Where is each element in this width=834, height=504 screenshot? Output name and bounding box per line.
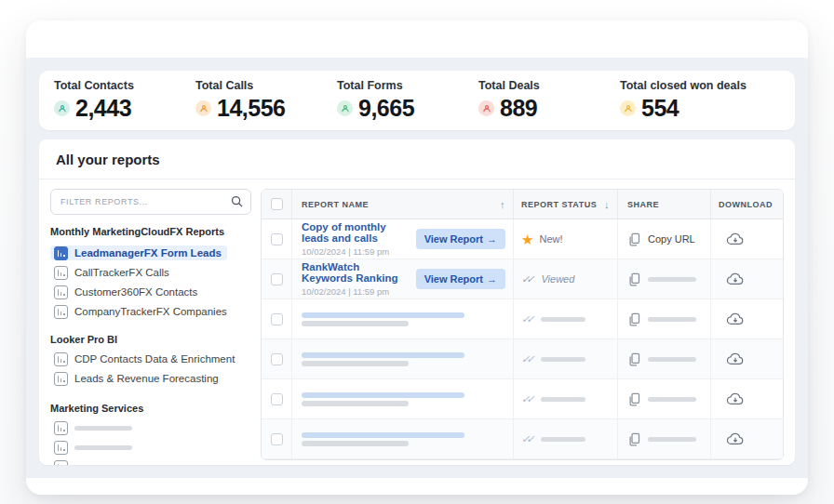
report-name-link[interactable]: Copy of monthly leads and calls bbox=[302, 221, 410, 244]
bar-chart-icon bbox=[54, 266, 68, 280]
bar-chart-icon bbox=[54, 460, 68, 466]
bar-chart-icon bbox=[54, 285, 68, 299]
bar-chart-icon bbox=[54, 305, 68, 319]
report-date: 10/02/2024 | 11:59 pm bbox=[302, 286, 410, 297]
skeleton-line bbox=[648, 397, 696, 402]
copy-icon[interactable] bbox=[627, 432, 641, 446]
sidebar-item-calltrackerfx-calls[interactable]: CallTrackerFX Calls bbox=[50, 265, 251, 280]
table-row bbox=[262, 299, 291, 339]
bar-chart-icon bbox=[54, 421, 68, 435]
skeleton-line bbox=[302, 441, 409, 446]
sidebar-item-placeholder[interactable] bbox=[50, 459, 251, 465]
table-row bbox=[262, 379, 291, 419]
sort-ascending-icon[interactable]: ↑ bbox=[500, 199, 505, 210]
stat-value: 2,443 bbox=[75, 95, 131, 122]
skeleton-line bbox=[302, 401, 409, 406]
column-header-report-name[interactable]: REPORT NAME ↑ bbox=[291, 190, 513, 219]
copy-url-button[interactable]: Copy URL bbox=[648, 233, 695, 245]
view-report-button[interactable]: View Report → bbox=[416, 269, 505, 289]
row-checkbox[interactable] bbox=[271, 433, 283, 445]
page-title: All your reports bbox=[56, 152, 160, 167]
arrow-right-icon: → bbox=[487, 233, 497, 245]
cloud-download-icon[interactable] bbox=[726, 392, 745, 406]
table-row bbox=[262, 259, 291, 299]
column-header-report-status[interactable]: REPORT STATUS ↓ bbox=[513, 190, 617, 219]
select-all-checkbox-cell bbox=[262, 190, 291, 219]
cloud-download-icon[interactable] bbox=[726, 352, 745, 366]
person-icon bbox=[337, 100, 353, 116]
row-checkbox[interactable] bbox=[271, 393, 283, 405]
column-header-share: SHARE bbox=[617, 190, 710, 219]
copy-icon[interactable] bbox=[627, 352, 641, 366]
double-check-icon: ✓✓ bbox=[521, 433, 535, 445]
row-checkbox[interactable] bbox=[271, 313, 283, 325]
stat-label: Total Calls bbox=[195, 79, 337, 92]
row-checkbox[interactable] bbox=[271, 233, 283, 245]
skeleton-line bbox=[302, 361, 409, 366]
bar-chart-icon bbox=[54, 246, 68, 260]
view-report-button[interactable]: View Report → bbox=[416, 229, 505, 249]
column-header-download: DOWNLOAD bbox=[710, 190, 783, 219]
bar-chart-icon bbox=[54, 352, 68, 366]
sidebar-item-placeholder[interactable] bbox=[50, 420, 251, 435]
copy-icon[interactable] bbox=[627, 232, 641, 246]
cloud-download-icon[interactable] bbox=[726, 272, 745, 286]
stat-total-deals: Total Deals 889 bbox=[478, 79, 620, 122]
copy-icon[interactable] bbox=[627, 392, 641, 406]
skeleton-line bbox=[648, 317, 696, 322]
search-icon bbox=[230, 194, 244, 208]
skeleton-line bbox=[302, 352, 464, 358]
filter-reports-input[interactable] bbox=[50, 189, 251, 215]
card-body: Total Contacts 2,443 Total Calls 14,556 bbox=[26, 58, 808, 478]
stat-total-closed-won-deals: Total closed won deals 554 bbox=[620, 79, 747, 122]
skeleton-line bbox=[74, 426, 132, 431]
skeleton-line bbox=[541, 437, 585, 442]
arrow-right-icon: → bbox=[487, 273, 497, 285]
row-checkbox[interactable] bbox=[271, 353, 283, 365]
sidebar-item-placeholder[interactable] bbox=[50, 440, 251, 455]
status-badge: Viewed bbox=[541, 273, 574, 285]
bar-chart-icon bbox=[54, 441, 68, 455]
reports-sidebar: Monthly MarketingCloudFX Reports Leadman… bbox=[50, 189, 251, 456]
table-row bbox=[262, 219, 291, 259]
bar-chart-icon bbox=[54, 372, 68, 386]
table-row bbox=[262, 339, 291, 379]
skeleton-line bbox=[302, 321, 409, 326]
row-checkbox[interactable] bbox=[271, 273, 283, 285]
sidebar-item-cdp-contacts-data-enrichment[interactable]: CDP Contacts Data & Enrichment bbox=[50, 351, 251, 366]
reports-table: REPORT NAME ↑ REPORT STATUS ↓ SHARE DOWN… bbox=[261, 189, 784, 460]
cloud-download-icon[interactable] bbox=[726, 432, 745, 446]
stats-bar: Total Contacts 2,443 Total Calls 14,556 bbox=[39, 71, 795, 130]
stat-value: 9,665 bbox=[358, 95, 414, 122]
person-icon bbox=[478, 100, 494, 116]
skeleton-line bbox=[302, 392, 464, 398]
stat-value: 554 bbox=[641, 95, 679, 122]
report-date: 10/02/2024 | 11:59 pm bbox=[302, 246, 410, 257]
person-icon bbox=[54, 100, 70, 116]
copy-icon[interactable] bbox=[627, 312, 641, 326]
skeleton-line bbox=[74, 445, 132, 450]
sort-descending-icon[interactable]: ↓ bbox=[604, 199, 610, 210]
reports-header: All your reports bbox=[39, 139, 795, 179]
sidebar-item-companytrackerfx-companies[interactable]: CompanyTrackerFX Companies bbox=[50, 304, 251, 319]
copy-icon[interactable] bbox=[627, 272, 641, 286]
star-icon: ★ bbox=[521, 232, 533, 246]
status-badge: New! bbox=[539, 233, 562, 245]
report-name-link[interactable]: RankWatch Keywords Ranking bbox=[302, 261, 410, 284]
reports-panel: All your reports Monthly MarketingCloudF… bbox=[39, 139, 795, 465]
stat-label: Total Deals bbox=[478, 79, 620, 92]
skeleton-line bbox=[648, 277, 696, 282]
sidebar-section-looker-pro-bi: Looker Pro BI bbox=[50, 334, 251, 345]
sidebar-section-monthly-reports: Monthly MarketingCloudFX Reports bbox=[50, 226, 251, 237]
sidebar-item-leadmanagerfx-form-leads[interactable]: LeadmanagerFX Form Leads bbox=[50, 245, 227, 260]
stat-value: 14,556 bbox=[217, 95, 285, 122]
sidebar-item-customer360fx-contacts[interactable]: Customer360FX Contacts bbox=[50, 285, 251, 299]
select-all-checkbox[interactable] bbox=[271, 198, 283, 210]
stat-label: Total closed won deals bbox=[620, 79, 747, 92]
stat-total-contacts: Total Contacts 2,443 bbox=[54, 79, 195, 122]
skeleton-line bbox=[302, 432, 464, 438]
skeleton-line bbox=[541, 397, 585, 402]
cloud-download-icon[interactable] bbox=[726, 232, 745, 246]
cloud-download-icon[interactable] bbox=[726, 312, 745, 326]
sidebar-item-leads-revenue-forecasting[interactable]: Leads & Revenue Forecasting bbox=[50, 371, 251, 386]
